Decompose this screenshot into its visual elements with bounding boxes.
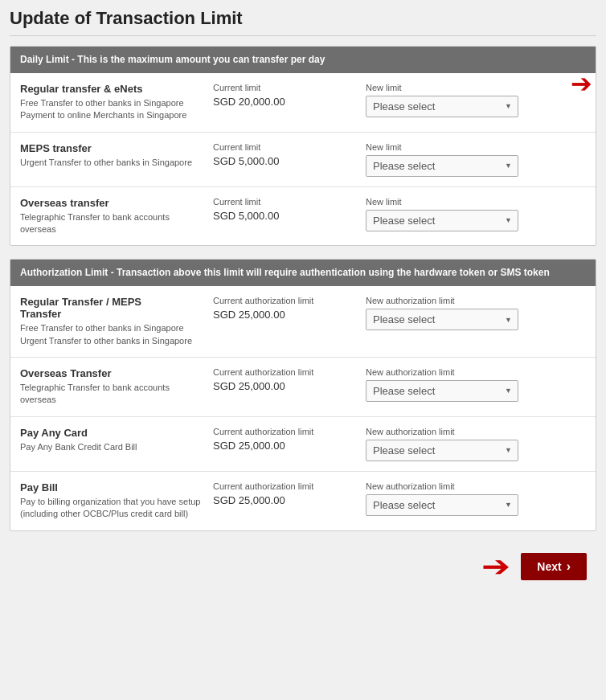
- current-auth-limit-label: Current authorization limit: [213, 296, 358, 305]
- new-auth-limit-select-paybill[interactable]: Please select: [366, 494, 518, 516]
- row-desc: Free Transfer to other banks in Singapor…: [20, 97, 205, 122]
- new-auth-limit-select-wrapper: Please select: [366, 494, 518, 516]
- new-auth-limit-select-wrapper: Please select: [366, 380, 518, 402]
- new-auth-limit-col: New authorization limit Please select: [366, 296, 586, 330]
- current-auth-limit-col: Current authorization limit SGD 25,000.0…: [213, 481, 366, 506]
- new-limit-label: New limit: [366, 83, 586, 92]
- row-label-col: Pay Bill Pay to billing organization tha…: [20, 481, 213, 521]
- new-auth-limit-select-regular-meps[interactable]: Please select: [366, 309, 518, 330]
- row-label-col: MEPS transfer Urgent Transfer to other b…: [20, 142, 213, 169]
- current-limit-label: Current limit: [213, 83, 358, 92]
- current-limit-label: Current limit: [213, 142, 358, 152]
- new-limit-select-wrapper: Please select: [366, 210, 518, 231]
- table-row: Pay Any Card Pay Any Bank Credit Card Bi…: [10, 417, 596, 472]
- current-limit-col: Current limit SGD 5,000.00: [213, 197, 366, 222]
- next-chevron-icon: ›: [567, 559, 571, 574]
- row-label-col: Regular transfer & eNets Free Transfer t…: [20, 83, 213, 122]
- next-arrow-indicator: ➔: [484, 552, 508, 581]
- row-desc: Free Transfer to other banks in Singapor…: [20, 322, 205, 347]
- current-limit-col: Current limit SGD 20,000.00: [213, 83, 366, 108]
- new-limit-select-overseas[interactable]: Please select: [366, 210, 518, 231]
- page-title: Update of Transaction Limit: [10, 8, 596, 36]
- current-limit-label: Current limit: [213, 197, 358, 207]
- page-container: Update of Transaction Limit Daily Limit …: [0, 0, 606, 700]
- auth-limit-section: Authorization Limit - Transaction above …: [10, 259, 596, 530]
- new-limit-select-wrapper: Please select: [366, 96, 518, 117]
- current-auth-limit-col: Current authorization limit SGD 25,000.0…: [213, 367, 366, 392]
- row-label-col: Regular Transfer / MEPSTransfer Free Tra…: [20, 296, 213, 347]
- table-row: Regular transfer & eNets Free Transfer t…: [10, 73, 596, 133]
- row-desc: Telegraphic Transfer to bank accounts ov…: [20, 382, 205, 407]
- current-auth-limit-value: SGD 25,000.00: [213, 309, 358, 321]
- row-desc: Pay to billing organization that you hav…: [20, 496, 205, 521]
- new-auth-limit-select-wrapper: Please select: [366, 309, 518, 330]
- new-limit-label: New limit: [366, 197, 586, 207]
- current-auth-limit-value: SGD 25,000.00: [213, 440, 358, 452]
- new-auth-limit-label: New authorization limit: [366, 367, 586, 377]
- new-limit-select-wrapper: Please select: [366, 155, 518, 177]
- new-limit-col: New limit Please select: [366, 197, 586, 231]
- new-auth-limit-label: New authorization limit: [366, 481, 586, 491]
- table-row: Regular Transfer / MEPSTransfer Free Tra…: [10, 286, 596, 358]
- row-desc: Pay Any Bank Credit Card Bill: [20, 441, 205, 453]
- daily-limit-header: Daily Limit - This is the maximum amount…: [10, 47, 596, 73]
- daily-limit-section: Daily Limit - This is the maximum amount…: [10, 46, 596, 246]
- current-auth-limit-col: Current authorization limit SGD 25,000.0…: [213, 296, 366, 321]
- new-limit-select-regular[interactable]: Please select: [366, 96, 518, 117]
- right-arrow-icon: ➔: [481, 552, 510, 581]
- table-row: Pay Bill Pay to billing organization tha…: [10, 472, 596, 530]
- next-label: Next: [537, 560, 561, 573]
- new-limit-col: New limit Please select: [366, 142, 586, 177]
- current-auth-limit-value: SGD 25,000.00: [213, 380, 358, 392]
- new-auth-limit-col: New authorization limit Please select: [366, 481, 586, 516]
- new-auth-limit-select-wrapper: Please select: [366, 440, 518, 461]
- next-button[interactable]: Next ›: [521, 553, 587, 580]
- current-auth-limit-value: SGD 25,000.00: [213, 494, 358, 506]
- row-title: Overseas transfer: [20, 197, 205, 209]
- row-desc: Urgent Transfer to other banks in Singap…: [20, 157, 205, 169]
- row-title: Pay Bill: [20, 481, 205, 493]
- current-limit-value: SGD 20,000.00: [213, 96, 358, 108]
- row-label-col: Pay Any Card Pay Any Bank Credit Card Bi…: [20, 427, 213, 453]
- new-auth-limit-col: New authorization limit Please select: [366, 367, 586, 402]
- new-auth-limit-select-overseas[interactable]: Please select: [366, 380, 518, 402]
- current-limit-value: SGD 5,000.00: [213, 155, 358, 167]
- row-label-col: Overseas Transfer Telegraphic Transfer t…: [20, 367, 213, 407]
- row-desc: Telegraphic Transfer to bank accounts ov…: [20, 211, 205, 236]
- table-row: Overseas Transfer Telegraphic Transfer t…: [10, 358, 596, 417]
- row-title: Pay Any Card: [20, 427, 205, 439]
- table-row: MEPS transfer Urgent Transfer to other b…: [10, 133, 596, 187]
- new-auth-limit-col: New authorization limit Please select: [366, 427, 586, 461]
- row-label-col: Overseas transfer Telegraphic Transfer t…: [20, 197, 213, 236]
- current-auth-limit-label: Current authorization limit: [213, 481, 358, 491]
- row-title: Overseas Transfer: [20, 367, 205, 379]
- footer: ➔ Next ›: [10, 544, 596, 589]
- new-auth-limit-select-payanycard[interactable]: Please select: [366, 440, 518, 461]
- row-title: Regular Transfer / MEPSTransfer: [20, 296, 205, 320]
- row-title: MEPS transfer: [20, 142, 205, 154]
- current-auth-limit-label: Current authorization limit: [213, 367, 358, 377]
- current-auth-limit-label: Current authorization limit: [213, 427, 358, 436]
- current-limit-col: Current limit SGD 5,000.00: [213, 142, 366, 167]
- new-limit-label: New limit: [366, 142, 586, 152]
- auth-limit-header: Authorization Limit - Transaction above …: [10, 260, 596, 286]
- table-row: Overseas transfer Telegraphic Transfer t…: [10, 187, 596, 246]
- new-limit-col: New limit Please select ➔: [366, 83, 586, 117]
- new-limit-select-meps[interactable]: Please select: [366, 155, 518, 177]
- row-title: Regular transfer & eNets: [20, 83, 205, 95]
- new-auth-limit-label: New authorization limit: [366, 296, 586, 305]
- new-auth-limit-label: New authorization limit: [366, 427, 586, 436]
- current-limit-value: SGD 5,000.00: [213, 210, 358, 222]
- current-auth-limit-col: Current authorization limit SGD 25,000.0…: [213, 427, 366, 452]
